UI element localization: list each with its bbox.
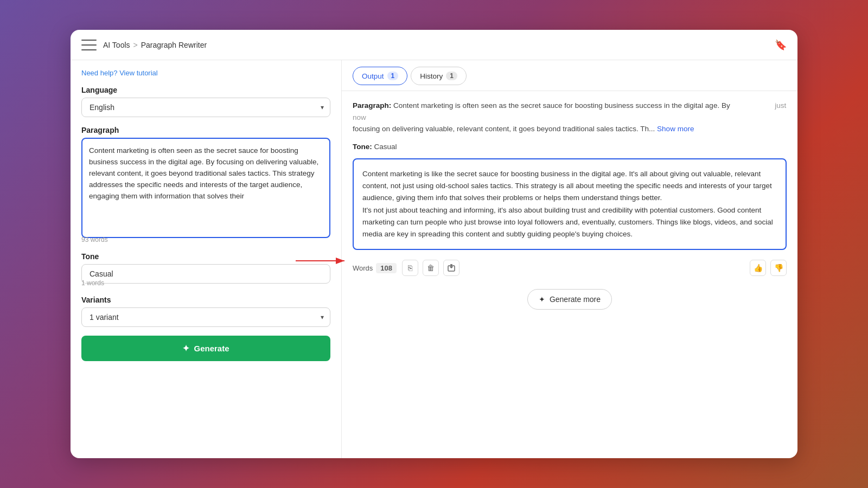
generate-more-icon: ✦ [539, 295, 545, 304]
generate-button[interactable]: ✦ Generate [81, 336, 330, 361]
right-content: Paragraph: Content marketing is often se… [342, 91, 797, 458]
variants-section: Variants 1 variant 2 variants 3 variants… [81, 296, 330, 327]
thumbs-up-icon[interactable]: 👍 [750, 260, 766, 276]
action-icons: ⎘ 🗑 [402, 260, 459, 276]
delete-icon[interactable]: 🗑 [423, 260, 439, 276]
breadcrumb: AI Tools > Paragraph Rewriter [103, 41, 207, 49]
tone-section: Tone 1 words [81, 252, 330, 287]
paragraph-label: Paragraph [81, 126, 330, 134]
variants-select-wrapper: 1 variant 2 variants 3 variants ▾ [81, 307, 330, 327]
paragraph-section: Paragraph Content marketing is often see… [81, 126, 330, 243]
sidebar-toggle-button[interactable] [81, 40, 97, 50]
output-tabs: Output 1 History 1 [342, 60, 797, 91]
tone-display-value: Casual [374, 143, 397, 151]
thumbs-down-icon[interactable]: 👎 [770, 260, 787, 276]
language-label: Language [81, 86, 330, 94]
tab-history-label: History [420, 72, 443, 80]
bookmark-icon[interactable]: 🔖 [775, 39, 787, 51]
words-badge: Words 108 [353, 263, 397, 273]
paragraph-context-text: Content marketing is often seen as the s… [393, 101, 730, 110]
top-bar: AI Tools > Paragraph Rewriter 🔖 [71, 30, 797, 60]
paragraph-textarea[interactable]: Content marketing is often seen as the s… [81, 138, 330, 238]
generate-more-button[interactable]: ✦ Generate more [527, 289, 612, 310]
export-icon[interactable] [443, 260, 459, 276]
breadcrumb-current: Paragraph Rewriter [141, 41, 207, 49]
tone-input[interactable] [81, 264, 330, 284]
output-box: Content marketing is like the secret sau… [353, 158, 787, 251]
tone-label: Tone [81, 252, 330, 261]
tone-display-label: Tone: [353, 143, 372, 151]
right-panel: Output 1 History 1 Paragraph: Content ma… [342, 60, 797, 458]
paragraph-context-label: Paragraph: [353, 101, 391, 110]
words-count: 108 [376, 263, 397, 273]
tab-output[interactable]: Output 1 [353, 67, 407, 85]
tab-history[interactable]: History 1 [411, 67, 467, 85]
breadcrumb-separator: > [133, 41, 138, 49]
paragraph-truncated: focusing on delivering valuable, relevan… [353, 125, 655, 133]
variants-select[interactable]: 1 variant 2 variants 3 variants [81, 307, 330, 327]
sparkle-icon: ✦ [182, 343, 189, 354]
output-text: Content marketing is like the secret sau… [362, 168, 777, 241]
left-panel: Need help? View tutorial Language Englis… [71, 60, 342, 458]
output-footer: Words 108 ⎘ 🗑 👍 [353, 260, 787, 276]
tab-history-badge: 1 [446, 72, 457, 80]
context-info: Paragraph: Content marketing is often se… [353, 100, 787, 135]
generate-more-label: Generate more [550, 295, 601, 304]
help-text: Need help? View tutorial [81, 69, 330, 77]
show-more-link[interactable]: Show more [657, 125, 694, 133]
copy-icon[interactable]: ⎘ [402, 260, 418, 276]
tone-display: Tone: Casual [353, 143, 787, 151]
breadcrumb-parent[interactable]: AI Tools [103, 41, 130, 49]
language-select[interactable]: English Spanish French German [81, 98, 330, 117]
main-body: Need help? View tutorial Language Englis… [71, 60, 797, 458]
words-label: Words [353, 264, 373, 272]
language-select-wrapper: English Spanish French German ▾ [81, 98, 330, 117]
view-tutorial-link[interactable]: View tutorial [119, 69, 158, 77]
tab-output-badge: 1 [387, 72, 399, 80]
language-section: Language English Spanish French German ▾ [81, 86, 330, 117]
vote-icons: 👍 👎 [750, 260, 787, 276]
tab-output-label: Output [362, 72, 384, 80]
generate-label: Generate [194, 344, 229, 353]
variants-label: Variants [81, 296, 330, 304]
